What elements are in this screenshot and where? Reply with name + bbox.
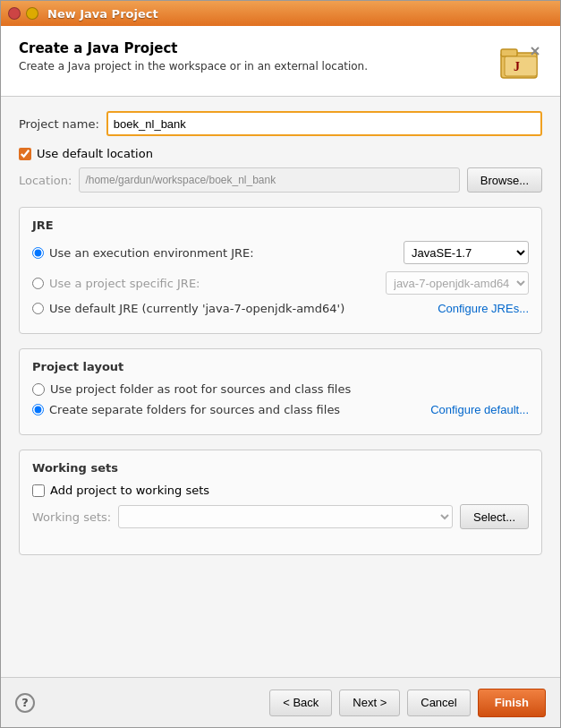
jre-section-title: JRE xyxy=(32,218,529,232)
next-button[interactable]: Next > xyxy=(339,689,400,716)
use-default-location-label[interactable]: Use default location xyxy=(37,147,153,160)
project-name-input[interactable] xyxy=(106,111,542,136)
layout-option1-row: Use project folder as root for sources a… xyxy=(32,382,529,396)
working-sets-dropdown[interactable] xyxy=(118,505,453,528)
footer-right: < Back Next > Cancel Finish xyxy=(269,689,546,717)
use-default-location-row: Use default location xyxy=(19,147,542,160)
jre-option3-radio[interactable] xyxy=(32,303,44,314)
use-default-location-checkbox[interactable] xyxy=(19,148,31,160)
location-row: Location: Browse... xyxy=(19,167,542,193)
jre-section: JRE Use an execution environment JRE: Ja… xyxy=(19,207,542,334)
layout-option1-label[interactable]: Use project folder as root for sources a… xyxy=(50,382,529,396)
select-working-sets-button[interactable]: Select... xyxy=(460,504,529,529)
svg-rect-2 xyxy=(505,56,537,76)
layout-option2-label[interactable]: Create separate folders for sources and … xyxy=(49,403,340,416)
add-to-working-sets-label[interactable]: Add project to working sets xyxy=(50,484,209,497)
window-title: New Java Project xyxy=(47,7,158,21)
project-name-label: Project name: xyxy=(19,117,99,131)
project-layout-section: Project layout Use project folder as roo… xyxy=(19,348,542,435)
jre-option1-label[interactable]: Use an execution environment JRE: xyxy=(49,246,254,260)
header-section: Create a Java Project Create a Java proj… xyxy=(1,26,560,97)
page-title: Create a Java Project xyxy=(19,40,368,56)
layout-option2-radio[interactable] xyxy=(32,404,44,415)
layout-option1-radio[interactable] xyxy=(32,383,45,396)
back-button[interactable]: < Back xyxy=(269,689,332,716)
main-content: Project name: Use default location Locat… xyxy=(1,97,560,677)
minimize-button[interactable] xyxy=(26,7,38,20)
location-label: Location: xyxy=(19,174,72,187)
jre-option2-left: Use a project specific JRE: xyxy=(32,277,200,290)
jre-option1-radio[interactable] xyxy=(32,247,44,259)
working-sets-label: Working sets: xyxy=(32,510,111,524)
project-layout-title: Project layout xyxy=(32,360,529,373)
project-name-row: Project name: xyxy=(19,111,542,136)
jre-environment-dropdown[interactable]: JavaSE-1.7 JavaSE-1.6 JavaSE-1.5 xyxy=(404,241,529,264)
jre-option1-left: Use an execution environment JRE: xyxy=(32,246,254,260)
jre-option1-row: Use an execution environment JRE: JavaSE… xyxy=(32,241,529,264)
working-sets-title: Working sets xyxy=(32,461,529,475)
footer-left: ? xyxy=(15,693,262,713)
main-window: New Java Project Create a Java Project C… xyxy=(0,0,561,728)
jre-option3-label[interactable]: Use default JRE (currently 'java-7-openj… xyxy=(49,302,344,315)
add-to-working-sets-row: Add project to working sets xyxy=(32,484,529,497)
jre-option3-row: Use default JRE (currently 'java-7-openj… xyxy=(32,302,529,315)
jre-specific-dropdown[interactable]: java-7-openjdk-amd64 xyxy=(386,271,529,295)
page-subtitle: Create a Java project in the workspace o… xyxy=(19,60,368,73)
jre-option2-row: Use a project specific JRE: java-7-openj… xyxy=(32,271,529,295)
header-text: Create a Java Project Create a Java proj… xyxy=(19,40,368,73)
configure-jres-link[interactable]: Configure JREs... xyxy=(438,302,529,315)
layout-option2-row: Create separate folders for sources and … xyxy=(32,403,529,416)
add-to-working-sets-checkbox[interactable] xyxy=(32,484,45,497)
finish-button[interactable]: Finish xyxy=(478,689,546,717)
jre-option2-label[interactable]: Use a project specific JRE: xyxy=(49,277,200,290)
configure-default-link[interactable]: Configure default... xyxy=(430,403,529,416)
jre-option3-left: Use default JRE (currently 'java-7-openj… xyxy=(32,302,344,315)
close-button[interactable] xyxy=(8,7,21,20)
svg-rect-1 xyxy=(501,49,517,56)
svg-text:J: J xyxy=(514,60,520,73)
cancel-button[interactable]: Cancel xyxy=(407,689,470,716)
titlebar: New Java Project xyxy=(1,1,560,26)
footer: ? < Back Next > Cancel Finish xyxy=(1,677,560,727)
browse-button[interactable]: Browse... xyxy=(467,167,542,193)
working-sets-input-row: Working sets: Select... xyxy=(32,504,529,529)
jre-option2-radio[interactable] xyxy=(32,278,44,289)
working-sets-section: Working sets Add project to working sets… xyxy=(19,450,542,555)
help-button[interactable]: ? xyxy=(15,693,35,713)
layout-option2-left: Create separate folders for sources and … xyxy=(32,403,340,416)
java-project-icon: J xyxy=(499,40,542,83)
location-input[interactable] xyxy=(79,167,459,193)
